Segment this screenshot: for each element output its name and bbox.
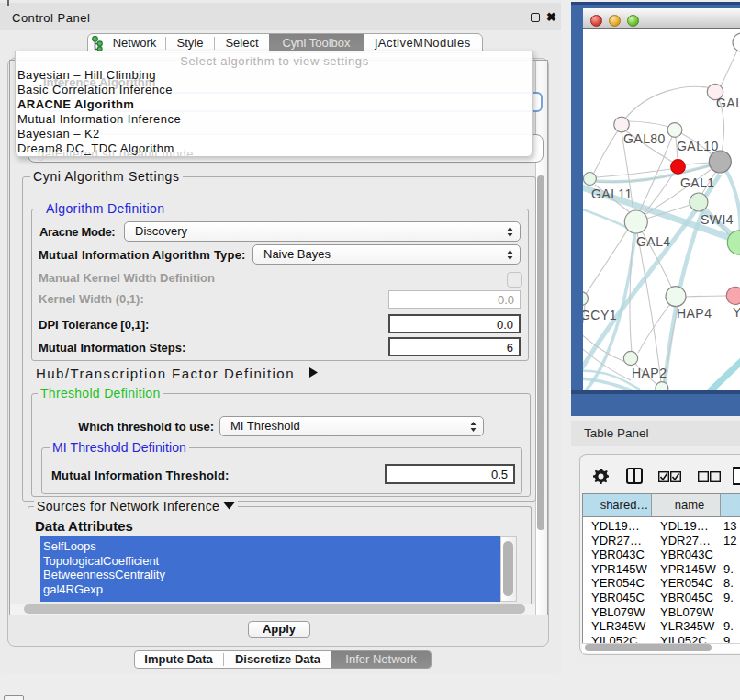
svg-text:GAL7: GAL7	[716, 96, 740, 110]
svg-text:HAP4: HAP4	[677, 306, 712, 321]
svg-text:GAL11: GAL11	[591, 186, 633, 201]
svg-text:GAL80: GAL80	[623, 131, 666, 146]
svg-text:GAL4: GAL4	[636, 234, 671, 249]
svg-text:GAL10: GAL10	[677, 139, 719, 153]
svg-text:HAP2: HAP2	[632, 366, 667, 380]
svg-text:GAL1: GAL1	[680, 175, 715, 190]
svg-text:SWI4: SWI4	[701, 212, 734, 227]
svg-text:YM: YM	[733, 305, 740, 320]
svg-text:GCY1: GCY1	[583, 308, 617, 322]
